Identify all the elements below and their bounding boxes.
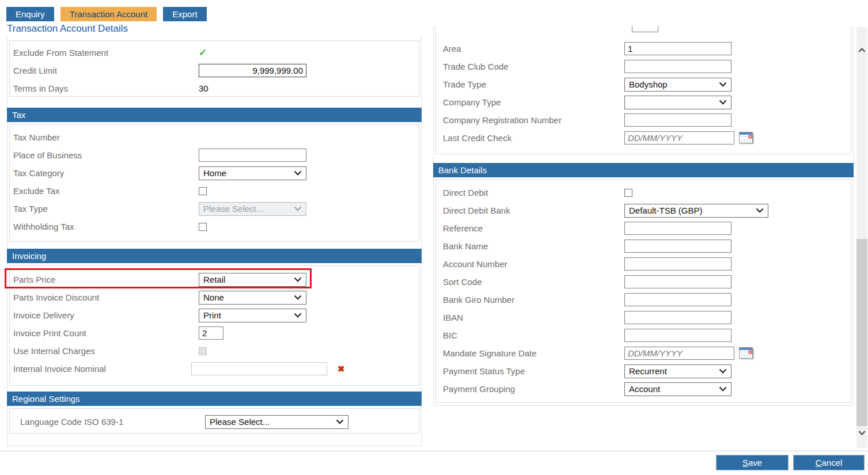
regional-settings-section-title: Regional Settings <box>12 394 80 404</box>
payment-grouping-row: Payment Grouping Account <box>436 380 851 398</box>
regional-settings-section-header: Regional Settings <box>7 392 422 406</box>
scrollbar-thumb[interactable] <box>856 239 867 426</box>
payment-grouping-value: Account <box>629 384 660 394</box>
mandate-signature-date-label: Mandate Signature Date <box>436 348 624 358</box>
place-of-business-row: Place of Business <box>10 146 419 164</box>
sort-code-label: Sort Code <box>436 277 624 287</box>
calendar-icon <box>739 132 755 145</box>
terms-in-days-row: Terms in Days 30 <box>10 79 419 97</box>
exclude-from-statement-row: Exclude From Statement ✓ <box>10 44 419 62</box>
tax-category-label: Tax Category <box>10 168 199 178</box>
trade-type-select[interactable]: Bodyshop <box>624 78 731 92</box>
company-registration-number-input[interactable] <box>624 113 731 127</box>
terms-in-days-label: Terms in Days <box>10 83 199 93</box>
tax-type-row: Tax Type Please Select... <box>10 200 419 218</box>
company-registration-number-row: Company Registration Number <box>436 111 851 129</box>
vertical-scrollbar[interactable] <box>856 27 867 448</box>
company-registration-number-label: Company Registration Number <box>436 115 624 125</box>
parts-invoice-discount-label: Parts Invoice Discount <box>10 292 199 302</box>
chevron-down-icon <box>756 208 764 213</box>
bank-name-row: Bank Name <box>436 237 851 255</box>
invoice-delivery-row: Invoice Delivery Print <box>10 306 419 324</box>
cancel-button[interactable]: Cancel <box>793 455 865 470</box>
bic-label: BIC <box>436 330 624 340</box>
direct-debit-checkbox[interactable] <box>624 189 632 197</box>
calendar-icon[interactable] <box>739 347 755 360</box>
bic-input[interactable] <box>624 329 731 342</box>
area-input[interactable] <box>624 42 731 55</box>
chevron-down-icon <box>294 295 302 300</box>
tax-category-row: Home Tax Category <box>10 164 419 182</box>
company-type-select[interactable] <box>624 96 731 109</box>
language-code-label: Language Code ISO 639-1 <box>10 417 205 427</box>
payment-status-type-value: Recurrent <box>629 366 667 376</box>
use-internal-charges-row: Use Internal Charges <box>10 342 419 360</box>
tax-panel: Tax Number Place of Business Home Tax Ca… <box>9 124 419 242</box>
sort-code-input[interactable] <box>624 275 731 288</box>
invoicing-section-title: Invoicing <box>12 251 46 261</box>
chevron-down-icon <box>719 82 727 87</box>
parts-invoice-discount-value: None <box>203 292 224 302</box>
invoice-delivery-label: Invoice Delivery <box>10 310 199 320</box>
calendar-icon[interactable] <box>739 131 755 145</box>
invoice-print-count-input[interactable] <box>199 326 223 340</box>
last-credit-check-date-input[interactable] <box>624 131 734 145</box>
parts-price-highlight-box <box>5 268 312 288</box>
place-of-business-input[interactable] <box>199 149 306 162</box>
account-number-input[interactable] <box>624 257 731 271</box>
tab-export[interactable]: Export <box>163 7 206 21</box>
trade-club-code-input[interactable] <box>624 60 731 73</box>
last-credit-check-row: Last Credit Check <box>436 129 851 147</box>
direct-debit-bank-select[interactable]: Default-TSB (GBP) <box>624 204 768 218</box>
bank-giro-number-input[interactable] <box>624 293 731 306</box>
scroll-down-icon[interactable] <box>856 424 867 441</box>
company-details-panel: Area Trade Club Code Trade Type Bodyshop… <box>435 26 851 154</box>
iban-input[interactable] <box>624 311 731 324</box>
green-check-icon: ✓ <box>199 48 207 58</box>
payment-status-type-select[interactable]: Recurrent <box>624 364 731 378</box>
credit-limit-label: Credit Limit <box>10 66 199 75</box>
withholding-tax-checkbox[interactable] <box>199 223 207 231</box>
payment-grouping-label: Payment Grouping <box>436 384 624 394</box>
calendar-icon <box>739 347 755 360</box>
invoice-print-count-label: Invoice Print Count <box>10 328 199 338</box>
last-credit-check-label: Last Credit Check <box>436 133 624 143</box>
tab-enquiry[interactable]: Enquiry <box>6 7 54 21</box>
bank-giro-number-label: Bank Giro Number <box>436 295 624 305</box>
credit-limit-row: Credit Limit <box>10 62 419 79</box>
reference-input[interactable] <box>624 222 731 235</box>
internal-invoice-nominal-label: Internal Invoice Nominal <box>10 364 199 374</box>
direct-debit-bank-value: Default-TSB (GBP) <box>629 206 703 215</box>
invoice-delivery-select[interactable]: Print <box>199 309 306 322</box>
tax-number-label: Tax Number <box>10 132 199 142</box>
mandate-signature-date-input[interactable] <box>624 347 734 360</box>
trade-club-code-row: Trade Club Code <box>436 58 851 75</box>
clear-field-icon[interactable]: ✖ <box>338 364 345 373</box>
chevron-down-icon <box>719 368 727 374</box>
scroll-up-icon[interactable] <box>856 41 867 59</box>
mandate-signature-date-row: Mandate Signature Date <box>436 344 851 362</box>
use-internal-charges-label: Use Internal Charges <box>10 346 199 356</box>
exclude-tax-checkbox[interactable] <box>199 187 207 195</box>
use-internal-charges-checkbox <box>199 347 207 355</box>
language-code-select[interactable]: Please Select... <box>205 415 348 429</box>
bank-details-panel: Direct Debit Direct Debit Bank Default-T… <box>435 179 851 403</box>
tab-transaction-account[interactable]: Transaction Account <box>60 7 157 21</box>
internal-invoice-nominal-input[interactable] <box>191 362 327 375</box>
bank-name-input[interactable] <box>624 240 731 253</box>
bic-row: BIC <box>436 326 851 344</box>
credit-limit-input[interactable] <box>199 64 306 77</box>
chevron-down-icon <box>719 100 727 105</box>
iban-row: IBAN <box>436 309 851 326</box>
area-row: Area <box>436 40 851 58</box>
payment-grouping-select[interactable]: Account <box>624 382 731 396</box>
payment-status-type-row: Payment Status Type Recurrent <box>436 362 851 380</box>
tax-section-title: Tax <box>12 110 25 120</box>
tax-category-select[interactable]: Home <box>199 166 306 180</box>
direct-debit-row: Direct Debit <box>436 184 851 202</box>
sort-code-row: Sort Code <box>436 273 851 291</box>
invoice-delivery-value: Print <box>203 310 221 320</box>
withholding-tax-label: Withholding Tax <box>10 222 199 231</box>
parts-invoice-discount-select[interactable]: None <box>199 291 306 305</box>
save-button[interactable]: Save <box>716 455 789 470</box>
